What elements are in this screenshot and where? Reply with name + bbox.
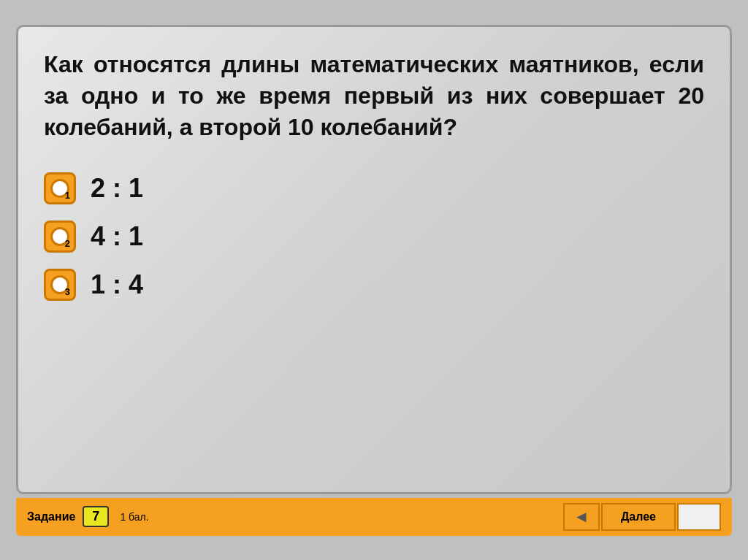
- question-text: Как относятся длины математических маятн…: [44, 49, 704, 144]
- main-container: Как относятся длины математических маятн…: [16, 25, 732, 536]
- question-card: Как относятся длины математических маятн…: [16, 25, 732, 494]
- option-badge-2[interactable]: 2: [44, 220, 76, 253]
- option-text-2: 4 : 1: [91, 221, 143, 252]
- option-text-1: 2 : 1: [91, 173, 143, 204]
- option-number-1: 1: [65, 190, 70, 201]
- option-badge-1[interactable]: 1: [44, 172, 76, 204]
- bottom-bar: Задание 7 1 бал. ◄ Далее: [16, 498, 732, 536]
- option-text-3: 1 : 4: [91, 269, 143, 300]
- next-button[interactable]: Далее: [601, 503, 676, 531]
- option-row-3[interactable]: 3 1 : 4: [44, 269, 704, 301]
- back-button[interactable]: ◄: [563, 503, 600, 531]
- zadanie-number: 7: [83, 506, 109, 527]
- options-container: 1 2 : 1 2 4 : 1 3 1 : 4: [44, 172, 704, 301]
- option-row-2[interactable]: 2 4 : 1: [44, 220, 704, 253]
- blank-box: [677, 503, 721, 531]
- zadanie-label: Задание: [27, 510, 75, 523]
- option-badge-3[interactable]: 3: [44, 269, 76, 301]
- option-number-2: 2: [65, 238, 70, 249]
- option-row-1[interactable]: 1 2 : 1: [44, 172, 704, 204]
- ball-label: 1 бал.: [120, 511, 148, 523]
- option-number-3: 3: [65, 286, 70, 297]
- nav-buttons: ◄ Далее: [563, 503, 721, 531]
